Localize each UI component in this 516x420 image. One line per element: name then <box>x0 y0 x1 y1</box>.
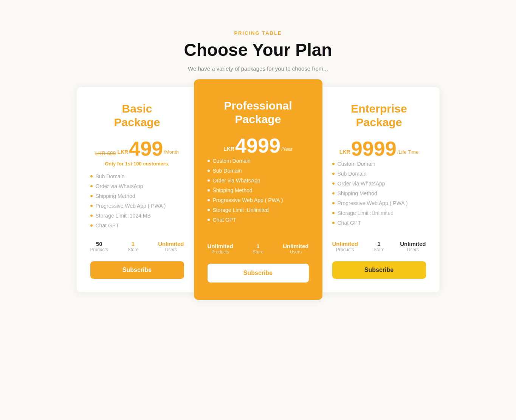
feature-text: Storage Limit :Unlimited <box>213 207 269 213</box>
feature-text: Chat GPT <box>338 220 361 226</box>
feature-text: Chat GPT <box>96 222 119 229</box>
stat-value: 1 <box>253 243 263 249</box>
bullet-icon <box>332 202 335 204</box>
price-old-basic: LKR 699 <box>95 150 116 156</box>
list-item: Progressive Web App ( PWA ) <box>90 203 184 209</box>
list-item: Order via WhatsApp <box>90 183 184 189</box>
stat-value: Unlimited <box>208 243 233 249</box>
stat-value: Unlimited <box>332 241 358 247</box>
feature-text: Custom Domain <box>338 161 375 167</box>
list-item: Progressive Web App ( PWA ) <box>208 197 309 203</box>
list-item: Chat GPT <box>208 217 309 223</box>
bullet-icon <box>90 185 93 187</box>
subscribe-button-enterprise[interactable]: Subscribe <box>332 261 426 279</box>
feature-text: Shipping Method <box>213 187 253 193</box>
features-list-basic: Sub DomainOrder via WhatsAppShipping Met… <box>90 173 184 232</box>
feature-text: Order via WhatsApp <box>213 178 260 184</box>
list-item: Custom Domain <box>332 161 426 167</box>
subscribe-button-professional[interactable]: Subscribe <box>208 264 309 283</box>
list-item: Shipping Method <box>90 193 184 199</box>
bullet-icon <box>332 182 335 185</box>
feature-text: Custom Domain <box>213 158 251 164</box>
bullet-icon <box>208 170 210 172</box>
stat-item: UnlimitedUsers <box>283 243 308 255</box>
features-list-professional: Custom DomainSub DomainOrder via WhatsAp… <box>208 158 309 235</box>
stat-item: 1Store <box>373 241 384 252</box>
list-item: Order via WhatsApp <box>332 181 426 187</box>
bullet-icon <box>332 222 335 224</box>
stat-item: 1Store <box>253 243 263 255</box>
list-item: Custom Domain <box>208 158 309 164</box>
price-row-basic: LKR 699LKR499/Month <box>90 138 184 159</box>
stat-label: Products <box>90 247 108 252</box>
page-header: PRICING TABLE Choose Your Plan We have a… <box>184 30 332 72</box>
feature-text: Chat GPT <box>213 217 236 223</box>
list-item: Storage Limit :Unlimited <box>208 207 309 213</box>
stat-label: Store <box>128 247 139 252</box>
feature-text: Shipping Method <box>96 193 135 199</box>
list-item: Order via WhatsApp <box>208 178 309 184</box>
stat-label: Products <box>208 249 233 255</box>
stat-value: 1 <box>373 241 384 247</box>
bullet-icon <box>332 192 335 195</box>
price-currency-enterprise: LKR <box>339 149 350 155</box>
list-item: Sub Domain <box>90 173 184 179</box>
list-item: Sub Domain <box>332 171 426 177</box>
list-item: Sub Domain <box>208 168 309 174</box>
price-amount-professional: 4999 <box>235 135 280 156</box>
stats-row-professional: UnlimitedProducts1StoreUnlimitedUsers <box>208 243 309 255</box>
plan-card-professional: ProfessionalPackageLKR4999/YearCustom Do… <box>194 79 322 300</box>
subscribe-button-basic[interactable]: Subscribe <box>90 261 184 279</box>
feature-text: Progressive Web App ( PWA ) <box>96 203 166 209</box>
stat-value: Unlimited <box>400 241 426 247</box>
stat-value: Unlimited <box>158 241 184 247</box>
stat-item: 1Store <box>128 241 139 252</box>
price-currency-basic: LKR <box>117 149 128 155</box>
stat-item: UnlimitedProducts <box>332 241 358 252</box>
list-item: Progressive Web App ( PWA ) <box>332 200 426 206</box>
stat-label: Store <box>253 249 263 255</box>
stat-value: Unlimited <box>283 243 308 249</box>
promo-text-basic: Only for 1st 100 customers. <box>90 161 184 167</box>
page-description: We have a variety of packages for you to… <box>184 65 332 72</box>
bullet-icon <box>90 195 93 197</box>
bullet-icon <box>208 199 210 201</box>
price-period-professional: /Year <box>281 146 293 152</box>
list-item: Storage Limit :Unlimited <box>332 210 426 216</box>
plan-card-enterprise: EnterprisePackageLKR9999/Life TimeCustom… <box>319 87 440 292</box>
price-row-enterprise: LKR9999/Life Time <box>332 138 426 159</box>
feature-text: Order via WhatsApp <box>96 183 143 189</box>
stat-label: Products <box>332 247 358 252</box>
price-row-professional: LKR4999/Year <box>208 135 309 156</box>
stat-item: UnlimitedProducts <box>208 243 233 255</box>
feature-text: Sub Domain <box>213 168 242 174</box>
features-list-enterprise: Custom DomainSub DomainOrder via WhatsAp… <box>332 161 426 232</box>
list-item: Shipping Method <box>208 187 309 193</box>
price-amount-enterprise: 9999 <box>351 138 397 159</box>
feature-text: Sub Domain <box>338 171 367 177</box>
stat-label: Users <box>158 247 184 252</box>
bullet-icon <box>90 224 93 227</box>
price-period-basic: /Month <box>164 149 179 155</box>
price-period-enterprise: /Life Time <box>397 149 418 155</box>
bullet-icon <box>208 209 210 211</box>
stat-value: 1 <box>128 241 139 247</box>
pricing-grid: BasicPackageLKR 699LKR499/MonthOnly for … <box>69 87 447 292</box>
list-item: Storage Limit :1024 MB <box>90 213 184 219</box>
feature-text: Shipping Method <box>338 190 377 196</box>
stat-label: Users <box>283 249 308 255</box>
bullet-icon <box>90 175 93 178</box>
bullet-icon <box>208 160 210 162</box>
price-amount-basic: 499 <box>129 138 163 159</box>
plan-title-professional: ProfessionalPackage <box>208 99 309 126</box>
bullet-icon <box>208 219 210 221</box>
bullet-icon <box>208 189 210 191</box>
stat-item: UnlimitedUsers <box>400 241 426 252</box>
bullet-icon <box>208 179 210 182</box>
stat-item: UnlimitedUsers <box>158 241 184 252</box>
stat-value: 50 <box>90 241 108 247</box>
page-title: Choose Your Plan <box>184 40 332 60</box>
feature-text: Order via WhatsApp <box>338 181 385 187</box>
section-label: PRICING TABLE <box>184 30 332 36</box>
stat-label: Store <box>373 247 384 252</box>
